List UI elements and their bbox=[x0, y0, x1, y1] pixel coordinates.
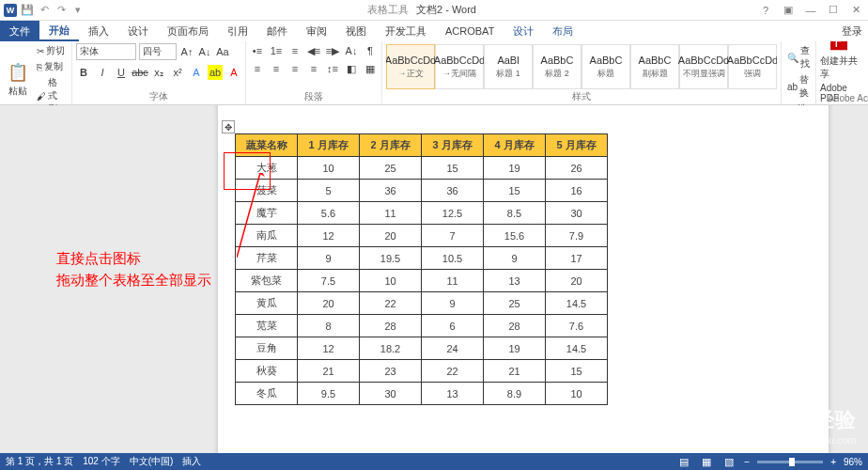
table-cell[interactable]: 9.5 bbox=[298, 383, 360, 405]
cut-button[interactable]: ✂剪切 bbox=[35, 43, 68, 58]
tab-table-design[interactable]: 设计 bbox=[504, 21, 543, 41]
table-cell[interactable]: 紫包菜 bbox=[236, 270, 298, 292]
shading-button[interactable]: ◧ bbox=[344, 61, 359, 76]
table-header[interactable]: 4 月库存 bbox=[484, 134, 546, 157]
table-cell[interactable]: 22 bbox=[422, 360, 484, 383]
create-pdf-button[interactable]: 🅿 创建并共享 Adobe PDF bbox=[820, 44, 858, 93]
table-cell[interactable]: 15 bbox=[546, 360, 608, 383]
minimize-icon[interactable]: — bbox=[804, 4, 817, 17]
multilevel-button[interactable]: ≡ bbox=[287, 43, 302, 58]
align-center-button[interactable]: ≡ bbox=[269, 61, 284, 76]
table-row[interactable]: 冬瓜9.530138.910 bbox=[236, 383, 608, 405]
table-cell[interactable]: 14.5 bbox=[546, 337, 608, 360]
show-marks-button[interactable]: ¶ bbox=[363, 43, 378, 58]
text-effects-button[interactable]: A bbox=[189, 65, 204, 80]
font-name-combo[interactable]: 宋体 bbox=[76, 43, 136, 60]
table-row[interactable]: 紫包菜7.510111320 bbox=[236, 270, 608, 292]
style-item[interactable]: AaBbCcDd强调 bbox=[728, 44, 777, 89]
table-header[interactable]: 2 月库存 bbox=[360, 134, 422, 157]
zoom-slider[interactable] bbox=[757, 461, 823, 463]
table-cell[interactable]: 23 bbox=[360, 360, 422, 383]
tab-developer[interactable]: 开发工具 bbox=[376, 21, 436, 41]
sort-button[interactable]: A↓ bbox=[344, 43, 359, 58]
qat-undo-icon[interactable]: ↶ bbox=[38, 4, 51, 17]
shrink-font-button[interactable]: A↓ bbox=[197, 44, 212, 59]
strike-button[interactable]: abc bbox=[132, 65, 147, 80]
font-color-button[interactable]: A bbox=[226, 65, 241, 80]
bold-button[interactable]: B bbox=[76, 65, 91, 80]
table-cell[interactable]: 15 bbox=[484, 180, 546, 202]
table-header[interactable]: 5 月库存 bbox=[546, 134, 608, 157]
status-language[interactable]: 中文(中国) bbox=[130, 455, 174, 468]
table-cell[interactable]: 17 bbox=[546, 247, 608, 270]
table-cell[interactable]: 7.5 bbox=[298, 270, 360, 292]
table-header[interactable]: 3 月库存 bbox=[422, 134, 484, 157]
tab-references[interactable]: 引用 bbox=[218, 21, 257, 41]
tab-design[interactable]: 设计 bbox=[118, 21, 158, 41]
table-cell[interactable]: 10 bbox=[546, 383, 608, 405]
paste-button[interactable]: 📋 粘贴 bbox=[4, 55, 33, 104]
zoom-out-button[interactable]: − bbox=[744, 457, 750, 467]
table-cell[interactable]: 26 bbox=[546, 157, 608, 180]
ribbon-options-icon[interactable]: ▣ bbox=[782, 4, 795, 17]
style-item[interactable]: AaBbC副标题 bbox=[630, 44, 679, 89]
table-cell[interactable]: 19 bbox=[484, 157, 546, 180]
table-cell[interactable]: 8 bbox=[298, 315, 360, 337]
tab-acrobat[interactable]: ACROBAT bbox=[436, 21, 504, 41]
status-word-count[interactable]: 102 个字 bbox=[83, 455, 119, 468]
bullets-button[interactable]: •≡ bbox=[250, 43, 265, 58]
table-cell[interactable]: 13 bbox=[484, 270, 546, 292]
table-cell[interactable]: 豆角 bbox=[236, 337, 298, 360]
table-cell[interactable]: 21 bbox=[298, 360, 360, 383]
table-cell[interactable]: 18.2 bbox=[360, 337, 422, 360]
find-button[interactable]: 🔍查找 bbox=[785, 43, 812, 71]
view-print-icon[interactable]: ▦ bbox=[699, 454, 714, 469]
table-cell[interactable]: 19 bbox=[484, 337, 546, 360]
copy-button[interactable]: ⎘复制 bbox=[35, 59, 68, 74]
subscript-button[interactable]: x₂ bbox=[151, 65, 166, 80]
table-cell[interactable]: 7.6 bbox=[546, 315, 608, 337]
close-icon[interactable]: ✕ bbox=[849, 4, 862, 17]
zoom-level[interactable]: 96% bbox=[844, 457, 862, 467]
tab-table-layout[interactable]: 布局 bbox=[543, 21, 582, 41]
tab-mailings[interactable]: 邮件 bbox=[257, 21, 297, 41]
superscript-button[interactable]: x² bbox=[170, 65, 185, 80]
view-web-icon[interactable]: ▧ bbox=[721, 454, 736, 469]
numbering-button[interactable]: 1≡ bbox=[269, 43, 284, 58]
table-row[interactable]: 秋葵2123222115 bbox=[236, 360, 608, 383]
table-cell[interactable]: 9 bbox=[484, 247, 546, 270]
align-right-button[interactable]: ≡ bbox=[287, 61, 302, 76]
zoom-in-button[interactable]: + bbox=[830, 457, 836, 467]
table-cell[interactable]: 黄瓜 bbox=[236, 292, 298, 315]
tab-view[interactable]: 视图 bbox=[336, 21, 376, 41]
table-cell[interactable]: 14.5 bbox=[546, 292, 608, 315]
qat-customize-icon[interactable]: ▾ bbox=[71, 4, 85, 17]
request-sign-button[interactable]: ✎ 请求 签名 bbox=[860, 44, 868, 93]
table-row[interactable]: 豆角1218.2241914.5 bbox=[236, 337, 608, 360]
table-cell[interactable]: 30 bbox=[360, 383, 422, 405]
table-cell[interactable]: 6 bbox=[422, 315, 484, 337]
highlight-button[interactable]: ab bbox=[208, 65, 223, 80]
style-item[interactable]: AaBbCcDd→正文 bbox=[386, 44, 435, 89]
table-cell[interactable]: 12 bbox=[298, 337, 360, 360]
indent-dec-button[interactable]: ◀≡ bbox=[306, 43, 321, 58]
tab-page-layout[interactable]: 页面布局 bbox=[158, 21, 218, 41]
qat-save-icon[interactable]: 💾 bbox=[21, 4, 34, 17]
style-item[interactable]: AaBl标题 1 bbox=[484, 44, 533, 89]
help-icon[interactable]: ? bbox=[759, 4, 772, 17]
tab-insert[interactable]: 插入 bbox=[79, 21, 118, 41]
styles-gallery[interactable]: AaBbCcDd→正文AaBbCcDd→无间隔AaBl标题 1AaBbC标题 2… bbox=[386, 44, 777, 89]
borders-button[interactable]: ▦ bbox=[363, 61, 378, 76]
table-move-handle[interactable]: ✥ bbox=[222, 120, 235, 133]
style-item[interactable]: AaBbCcDd→无间隔 bbox=[435, 44, 484, 89]
table-cell[interactable]: 冬瓜 bbox=[236, 383, 298, 405]
qat-redo-icon[interactable]: ↷ bbox=[54, 4, 68, 17]
table-cell[interactable]: 20 bbox=[298, 292, 360, 315]
table-row[interactable]: 黄瓜202292514.5 bbox=[236, 292, 608, 315]
table-cell[interactable]: 苋菜 bbox=[236, 315, 298, 337]
table-cell[interactable]: 7.9 bbox=[546, 225, 608, 247]
table-cell[interactable]: 30 bbox=[546, 202, 608, 225]
login-link[interactable]: 登录 bbox=[842, 21, 862, 41]
table-cell[interactable]: 28 bbox=[484, 315, 546, 337]
table-cell[interactable]: 10 bbox=[360, 270, 422, 292]
